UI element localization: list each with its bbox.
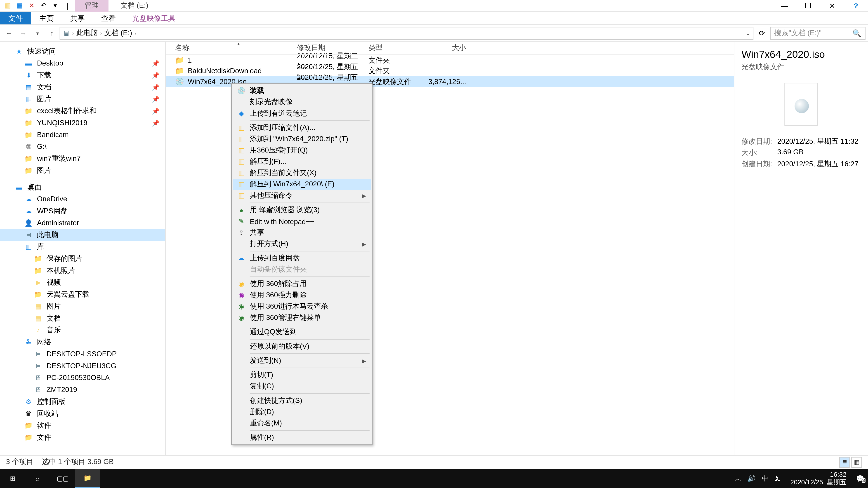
ctx-add-archive[interactable]: ▥添加到压缩文件(A)... bbox=[233, 122, 371, 133]
nav-videos[interactable]: ▶视频 bbox=[0, 276, 165, 289]
tray-overflow-button[interactable]: ︿ bbox=[735, 474, 741, 483]
close-button[interactable]: ✕ bbox=[820, 0, 844, 11]
icons-view-button[interactable]: ▦ bbox=[851, 457, 862, 467]
ctx-add-zip[interactable]: ▥添加到 "Win7x64_2020.zip" (T) bbox=[233, 133, 371, 145]
table-row[interactable]: 📁1 2020/12/15, 星期二 1...文件夹 bbox=[166, 55, 734, 66]
nav-recycle-bin[interactable]: 🗑回收站 bbox=[0, 408, 165, 420]
start-button[interactable]: ⊞ bbox=[0, 469, 25, 488]
task-view-button[interactable]: ▢▢ bbox=[50, 469, 75, 488]
taskbar-clock[interactable]: 16:32 2020/12/25, 星期五 bbox=[786, 470, 850, 486]
nav-docs[interactable]: ▤文档 bbox=[0, 312, 165, 324]
ctx-rename[interactable]: 重命名(M) bbox=[233, 418, 371, 429]
nav-desktop-root[interactable]: ▬桌面 bbox=[0, 181, 165, 193]
action-center-button[interactable]: 💬3 bbox=[856, 475, 864, 482]
details-view-button[interactable]: ≣ bbox=[839, 457, 850, 467]
table-row[interactable]: 📁BaiduNetdiskDownload 2020/12/25, 星期五 1.… bbox=[166, 66, 734, 76]
nav-software[interactable]: 📁软件 bbox=[0, 419, 165, 431]
column-headers[interactable]: ▴ 名称 修改日期 类型 大小 bbox=[166, 42, 734, 55]
ctx-bee-browser[interactable]: ●用 蜂蜜浏览器 浏览(3) bbox=[233, 204, 371, 216]
ctx-open-360zip[interactable]: ▥用360压缩打开(Q) bbox=[233, 145, 371, 156]
nav-pc3[interactable]: 🖥PC-20190530OBLA bbox=[0, 372, 165, 384]
nav-control-panel[interactable]: ⚙控制面板 bbox=[0, 396, 165, 408]
ctx-copy[interactable]: 复制(C) bbox=[233, 381, 371, 392]
nav-network[interactable]: 🖧网络 bbox=[0, 336, 165, 348]
nav-pictures[interactable]: ▦图片📌 bbox=[0, 93, 165, 105]
nav-yunqishi[interactable]: 📁YUNQISHI2019📌 bbox=[0, 117, 165, 129]
ctx-delete[interactable]: 删除(D) bbox=[233, 406, 371, 418]
nav-win7-folder[interactable]: 📁win7重装win7 bbox=[0, 153, 165, 164]
ctx-open-with[interactable]: 打开方式(H)▶ bbox=[233, 238, 371, 250]
ctx-shortcut[interactable]: 创建快捷方式(S) bbox=[233, 395, 371, 406]
back-button[interactable]: ← bbox=[2, 29, 16, 37]
ime-indicator[interactable]: 中 bbox=[762, 474, 768, 483]
nav-wps[interactable]: ☁WPS网盘 bbox=[0, 205, 165, 217]
up-button[interactable]: ↑ bbox=[45, 29, 58, 37]
crumb-pc[interactable]: 此电脑 bbox=[76, 28, 98, 38]
ctx-360-scan[interactable]: ◉使用 360进行木马云查杀 bbox=[233, 301, 371, 312]
volume-icon[interactable]: 🔊 bbox=[747, 475, 756, 482]
crumb-drive[interactable]: 文档 (E:) bbox=[104, 28, 132, 38]
tab-share[interactable]: 共享 bbox=[62, 12, 93, 24]
history-dropdown-icon[interactable]: ⌄ bbox=[746, 30, 750, 36]
ctx-360-delete[interactable]: ◉使用 360强力删除 bbox=[233, 290, 371, 301]
dropdown-icon[interactable]: ▾ bbox=[51, 2, 60, 10]
ctx-mount[interactable]: 💿装载 bbox=[233, 85, 371, 96]
col-size[interactable]: 大小 bbox=[428, 43, 470, 53]
nav-this-pc[interactable]: 🖥此电脑 bbox=[0, 229, 165, 241]
ctx-share[interactable]: ⇪共享 bbox=[233, 227, 371, 238]
forward-button[interactable]: → bbox=[17, 29, 30, 37]
nav-tianyi[interactable]: 📁天翼云盘下载 bbox=[0, 288, 165, 300]
nav-downloads[interactable]: ⬇下载📌 bbox=[0, 69, 165, 81]
nav-files[interactable]: 📁文件 bbox=[0, 431, 165, 443]
nav-pc2[interactable]: 🖥DESKTOP-NJEU3CG bbox=[0, 360, 165, 372]
ctx-send-to[interactable]: 发送到(N)▶ bbox=[233, 355, 371, 366]
explorer-taskbar-button[interactable]: 📁 bbox=[75, 469, 100, 488]
help-button[interactable]: ? bbox=[844, 0, 868, 11]
col-type[interactable]: 类型 bbox=[368, 43, 428, 53]
nav-g-drive[interactable]: ⛃G:\ bbox=[0, 140, 165, 153]
nav-saved-pictures[interactable]: 📁保存的图片 bbox=[0, 253, 165, 265]
nav-music[interactable]: ♪音乐 bbox=[0, 324, 165, 336]
ctx-extract-to[interactable]: ▥解压到(F)... bbox=[233, 156, 371, 167]
maximize-button[interactable]: ❐ bbox=[796, 0, 820, 11]
ctx-burn[interactable]: 刻录光盘映像 bbox=[233, 96, 371, 108]
ctx-properties[interactable]: 属性(R) bbox=[233, 432, 371, 443]
nav-administrator[interactable]: 👤Administrator bbox=[0, 217, 165, 229]
ctx-restore[interactable]: 还原以前的版本(V) bbox=[233, 341, 371, 352]
minimize-button[interactable]: — bbox=[773, 0, 796, 11]
ctx-youdao[interactable]: ◆上传到有道云笔记 bbox=[233, 108, 371, 119]
properties-icon[interactable]: ▦ bbox=[16, 2, 24, 10]
ctx-cut[interactable]: 剪切(T) bbox=[233, 369, 371, 381]
search-input[interactable]: 搜索"文档 (E:)" 🔍 bbox=[770, 26, 866, 39]
nav-libraries[interactable]: ▥库 bbox=[0, 240, 165, 253]
ctx-extract-named[interactable]: ▥解压到 Win7x64_2020\ (E) bbox=[233, 179, 371, 190]
delete-icon[interactable]: ✕ bbox=[27, 2, 36, 10]
tab-disc-tools[interactable]: 光盘映像工具 bbox=[124, 12, 184, 24]
nav-excel-folder[interactable]: 📁excel表格制作求和📌 bbox=[0, 105, 165, 117]
chevron-right-icon[interactable]: › bbox=[134, 30, 136, 36]
undo-icon[interactable]: ↶ bbox=[39, 2, 48, 10]
navigation-tree[interactable]: ★快速访问 ▬Desktop📌 ⬇下载📌 ▤文档📌 ▦图片📌 📁excel表格制… bbox=[0, 42, 166, 455]
nav-pc1[interactable]: 🖥DESKTOP-LSSOEDP bbox=[0, 348, 165, 360]
breadcrumb[interactable]: 🖥 › 此电脑 › 文档 (E:) › ⌄ bbox=[60, 26, 753, 39]
ctx-qq-send[interactable]: 通过QQ发送到 bbox=[233, 326, 371, 338]
recent-button[interactable]: ▾ bbox=[31, 30, 44, 36]
col-date[interactable]: 修改日期 bbox=[297, 43, 368, 53]
search-icon[interactable]: 🔍 bbox=[852, 29, 862, 37]
ctx-other-zip[interactable]: ▥其他压缩命令▶ bbox=[233, 190, 371, 201]
ctx-360-menu[interactable]: ◉使用 360管理右键菜单 bbox=[233, 312, 371, 324]
ctx-baidu[interactable]: ☁上传到百度网盘 bbox=[233, 253, 371, 264]
col-name[interactable]: 名称 bbox=[166, 43, 297, 53]
tab-view[interactable]: 查看 bbox=[93, 12, 124, 24]
tab-home[interactable]: 主页 bbox=[31, 12, 62, 24]
chevron-right-icon[interactable]: › bbox=[72, 30, 74, 36]
nav-quick-access[interactable]: ★快速访问 bbox=[0, 45, 165, 57]
ctx-notepad[interactable]: ✎Edit with Notepad++ bbox=[233, 216, 371, 227]
nav-desktop[interactable]: ▬Desktop📌 bbox=[0, 57, 165, 69]
nav-documents[interactable]: ▤文档📌 bbox=[0, 81, 165, 93]
nav-local-photos[interactable]: 📁本机照片 bbox=[0, 265, 165, 276]
chevron-right-icon[interactable]: › bbox=[100, 30, 102, 36]
tab-file[interactable]: 文件 bbox=[0, 12, 31, 24]
network-icon[interactable]: 🖧 bbox=[774, 475, 781, 482]
nav-onedrive[interactable]: ☁OneDrive bbox=[0, 193, 165, 205]
